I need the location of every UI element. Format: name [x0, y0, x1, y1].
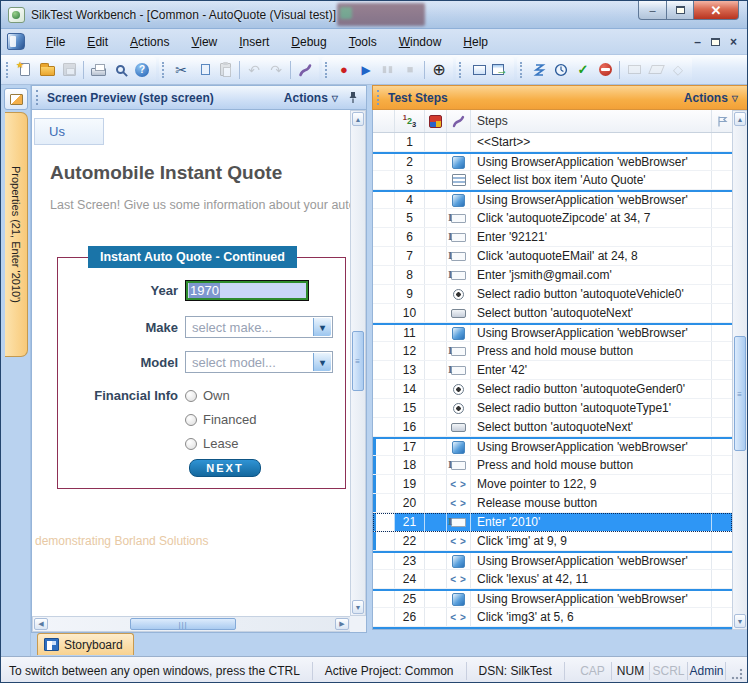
verify-icon[interactable]: ✓	[572, 59, 594, 80]
header-action-type[interactable]	[447, 110, 471, 132]
menu-help[interactable]: Help	[452, 29, 499, 54]
copy-icon[interactable]	[192, 59, 214, 80]
header-step-number[interactable]: 123	[395, 110, 425, 132]
make-select[interactable]: select make... ▾	[185, 316, 333, 338]
test-step-row-23[interactable]: 23Using BrowserApplication 'webBrowser'	[373, 551, 732, 570]
header-flag[interactable]	[712, 110, 732, 132]
test-step-row-7[interactable]: 7Click 'autoquoteEMail' at 24, 8	[373, 247, 732, 266]
test-step-row-19[interactable]: 19< >Move pointer to 122, 9	[373, 475, 732, 494]
preview-horizontal-scrollbar[interactable]: ◀ ||| ▶	[32, 616, 351, 632]
radio-option-financed[interactable]: Financed	[185, 412, 256, 427]
record-icon[interactable]: ●	[333, 59, 355, 80]
open-icon[interactable]	[36, 59, 58, 80]
preview-hscroll-thumb[interactable]: |||	[130, 618, 236, 630]
menu-window[interactable]: Window	[388, 29, 453, 54]
restore-button[interactable]	[667, 1, 694, 20]
help-icon[interactable]: ?	[131, 59, 153, 80]
menu-file[interactable]: File	[35, 29, 76, 54]
test-step-row-21[interactable]: 21Enter '2010'	[373, 513, 732, 532]
panel-grip[interactable]	[377, 90, 382, 105]
app-icon[interactable]	[8, 7, 25, 23]
test-step-row-25[interactable]: 25Using BrowserApplication 'webBrowser'	[373, 589, 732, 608]
make-dropdown-button[interactable]: ▾	[313, 318, 331, 336]
header-module[interactable]	[425, 110, 447, 132]
test-step-row-14[interactable]: 14Select radio button 'autoquoteGender0'	[373, 380, 732, 399]
timer-icon[interactable]	[550, 59, 572, 80]
test-step-row-26[interactable]: 26< >Click 'img3' at 5, 6	[373, 608, 732, 627]
toolbar-grip[interactable]	[520, 62, 524, 78]
test-step-row-15[interactable]: 15Select radio button 'autoquoteType1'	[373, 399, 732, 418]
next-button[interactable]: NEXT	[189, 459, 261, 477]
menu-insert[interactable]: Insert	[228, 29, 280, 54]
scroll-down-icon[interactable]: ▼	[352, 600, 364, 614]
radio-button-icon[interactable]	[185, 390, 197, 402]
mdi-minimize-icon[interactable]: –	[694, 36, 701, 48]
scroll-up-icon[interactable]: ▲	[352, 112, 364, 126]
scroll-up-icon[interactable]: ▲	[734, 112, 746, 126]
test-step-row-12[interactable]: 12Press and hold mouse button	[373, 342, 732, 361]
year-input[interactable]: 1970	[185, 280, 309, 301]
scroll-right-icon[interactable]: ▶	[335, 618, 349, 630]
test-step-row-13[interactable]: 13Enter '42'	[373, 361, 732, 380]
preview-nav-tab[interactable]: Us	[34, 118, 104, 145]
menu-edit[interactable]: Edit	[76, 29, 119, 54]
preview-vertical-scrollbar[interactable]: ▲ ≡ ▼	[350, 110, 366, 616]
play-icon[interactable]: ▶	[355, 59, 377, 80]
test-step-row-6[interactable]: 6Enter '92121'	[373, 228, 732, 247]
test-step-row-24[interactable]: 24< >Click 'lexus' at 42, 11	[373, 570, 732, 589]
screen-preview-panel-button[interactable]	[4, 88, 28, 110]
test-step-row-8[interactable]: 8Enter 'jsmith@gmail.com'	[373, 266, 732, 285]
menu-actions[interactable]: Actions	[119, 29, 180, 54]
test-step-row-3[interactable]: 3Select list box item 'Auto Quote'	[373, 171, 732, 190]
scroll-left-icon[interactable]: ◀	[34, 618, 48, 630]
menu-debug[interactable]: Debug	[280, 29, 337, 54]
test-step-row-1[interactable]: 1<<Start>>	[373, 133, 732, 152]
test-step-row-2[interactable]: 2Using BrowserApplication 'webBrowser'	[373, 152, 732, 171]
test-steps-actions[interactable]: Actions ▽	[684, 91, 738, 105]
test-step-row-16[interactable]: 16Select button 'autoquoteNext'	[373, 418, 732, 437]
test-step-row-11[interactable]: 11Using BrowserApplication 'webBrowser'	[373, 323, 732, 342]
test-step-row-18[interactable]: 18Press and hold mouse button	[373, 456, 732, 475]
menu-view[interactable]: View	[180, 29, 228, 54]
test-step-row-4[interactable]: 4Using BrowserApplication 'webBrowser'	[373, 190, 732, 209]
cut-icon[interactable]: ✂	[170, 59, 192, 80]
test-step-row-10[interactable]: 10Select button 'autoquoteNext'	[373, 304, 732, 323]
properties-tab[interactable]: Properties (21, Enter '2010')	[5, 112, 28, 357]
toolbar-grip[interactable]	[162, 62, 166, 78]
test-step-row-9[interactable]: 9Select radio button 'autoquoteVehicle0'	[373, 285, 732, 304]
radio-option-lease[interactable]: Lease	[185, 436, 256, 451]
test-step-row-17[interactable]: 17Using BrowserApplication 'webBrowser'	[373, 437, 732, 456]
copy-window-icon[interactable]	[467, 59, 489, 80]
screen-preview-actions[interactable]: Actions ▽	[284, 91, 338, 105]
new-visual-test-icon[interactable]: ★	[14, 59, 36, 80]
mdi-close-icon[interactable]: ×	[730, 36, 737, 48]
model-select[interactable]: select model... ▾	[185, 351, 333, 373]
pin-icon[interactable]	[348, 91, 358, 104]
toolbar-grip[interactable]	[6, 62, 10, 78]
print-preview-icon[interactable]	[109, 59, 131, 80]
panel-grip[interactable]	[36, 90, 41, 105]
model-dropdown-button[interactable]: ▾	[313, 353, 331, 371]
test-steps-icon[interactable]	[528, 59, 550, 80]
radio-option-own[interactable]: Own	[185, 388, 256, 403]
format-brush-icon[interactable]	[294, 59, 316, 80]
radio-button-icon[interactable]	[185, 414, 197, 426]
preview-vscroll-thumb[interactable]: ≡	[352, 331, 364, 391]
minimize-button[interactable]: –	[638, 1, 667, 20]
scroll-down-icon[interactable]: ▼	[734, 614, 746, 628]
steps-vertical-scrollbar[interactable]: ▲ ≡ ▼	[732, 110, 748, 630]
title-bar[interactable]: SilkTest Workbench - [Common - AutoQuote…	[1, 1, 747, 29]
header-steps-label[interactable]: Steps	[471, 110, 712, 132]
print-icon[interactable]	[87, 59, 109, 80]
stop-on-error-icon[interactable]	[594, 59, 616, 80]
workbench-icon[interactable]	[7, 33, 25, 50]
toolbar-grip[interactable]	[325, 62, 329, 78]
menu-tools[interactable]: Tools	[338, 29, 388, 54]
test-step-row-5[interactable]: 5Click 'autoquoteZipcode' at 34, 7	[373, 209, 732, 228]
test-step-row-20[interactable]: 20< >Release mouse button	[373, 494, 732, 513]
radio-button-icon[interactable]	[185, 438, 197, 450]
test-step-row-22[interactable]: 22< >Click 'img' at 9, 9	[373, 532, 732, 551]
steps-vscroll-thumb[interactable]: ≡	[734, 336, 746, 451]
identify-object-icon[interactable]: ⊕	[428, 59, 450, 80]
close-button[interactable]: ✕	[694, 1, 739, 20]
